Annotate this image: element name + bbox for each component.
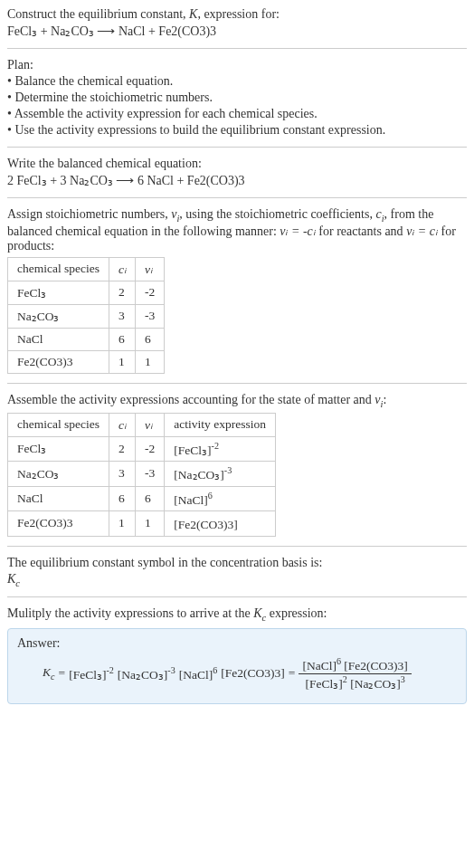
equals-2: = [289, 666, 296, 681]
table-header-row: chemical species cᵢ νᵢ [8, 257, 165, 281]
cell-species: FeCl₃ [8, 436, 109, 462]
cell-species: Na₂CO₃ [8, 462, 109, 487]
equals: = [59, 666, 66, 681]
cell-ci: 2 [109, 436, 136, 462]
kc-lhs: Kc [43, 665, 55, 682]
separator [7, 197, 467, 198]
activity-section: Assemble the activity expressions accoun… [7, 393, 467, 537]
table-header-row: chemical species cᵢ νᵢ activity expressi… [8, 413, 276, 436]
problem-line1: Construct the equilibrium constant, K, e… [7, 7, 467, 22]
vi-header: νᵢ [145, 262, 152, 276]
text: Mulitply the activity expressions to arr… [7, 606, 253, 620]
stoich-table: chemical species cᵢ νᵢ FeCl₃ 2 -2 Na₂CO₃… [7, 257, 165, 374]
k-symbol: K [43, 665, 51, 679]
term-3: [NaCl]6 [179, 665, 218, 682]
base: [NaCl] [302, 659, 337, 672]
text: , expression for: [197, 7, 280, 21]
kc-fraction: [NaCl]6 [Fe2(CO3)3] [FeCl₃]2 [Na₂CO₃]3 [299, 656, 411, 691]
cell-ci: 6 [109, 486, 136, 511]
base: [Na₂CO₃] [118, 667, 168, 681]
base: [FeCl₃] [69, 667, 106, 681]
activity-exp: -3 [224, 465, 232, 475]
table-row: Na₂CO₃ 3 -3 [Na₂CO₃]-3 [8, 462, 276, 487]
exp: 3 [401, 674, 405, 684]
stoich-intro: Assign stoichiometric numbers, νi, using… [7, 207, 467, 253]
basis-line1: The equilibrium constant symbol in the c… [7, 556, 467, 570]
activity-exp: -2 [212, 441, 219, 451]
c-sub: c [51, 672, 55, 682]
exp: 2 [343, 674, 347, 684]
text: Construct the equilibrium constant, [7, 7, 189, 21]
cell-species: NaCl [8, 328, 109, 350]
balanced-section: Write the balanced chemical equation: 2 … [7, 157, 467, 188]
table-row: FeCl₃ 2 -2 [FeCl₃]-2 [8, 436, 276, 462]
base: [NaCl] [179, 667, 213, 681]
separator [7, 147, 467, 148]
balanced-equation: 2 FeCl₃ + 3 Na₂CO₃ ⟶ 6 NaCl + Fe2(CO3)3 [7, 173, 467, 188]
cell-activity: [FeCl₃]-2 [165, 436, 276, 462]
relation-2: νᵢ = cᵢ [406, 224, 438, 238]
cell-vi: -3 [136, 304, 165, 328]
table-row: FeCl₃ 2 -2 [8, 281, 165, 304]
cell-activity: [Fe2(CO3)3] [165, 511, 276, 537]
activity-base: [Na₂CO₃] [174, 468, 224, 482]
ci-header: cᵢ [118, 262, 126, 276]
col-ci: cᵢ [109, 413, 136, 436]
col-vi: νᵢ [136, 257, 165, 281]
plan-bullet-4: • Use the activity expressions to build … [7, 123, 467, 138]
ci-header: cᵢ [118, 418, 126, 432]
balanced-title: Write the balanced chemical equation: [7, 157, 467, 171]
relation-1: νᵢ = -cᵢ [280, 224, 316, 238]
plan-bullet-1: • Balance the chemical equation. [7, 74, 467, 89]
multiply-intro: Mulitply the activity expressions to arr… [7, 606, 467, 623]
text: : [383, 393, 386, 406]
activity-intro: Assemble the activity expressions accoun… [7, 393, 467, 409]
term-4: [Fe2(CO3)3] [221, 666, 285, 681]
cell-ci: 1 [109, 350, 136, 373]
basis-section: The equilibrium constant symbol in the c… [7, 556, 467, 588]
base: [Fe2(CO3)3] [344, 659, 408, 672]
col-species: chemical species [8, 413, 109, 436]
problem-statement: Construct the equilibrium constant, K, e… [7, 7, 467, 39]
term-2: [Na₂CO₃]-3 [118, 665, 175, 682]
cell-ci: 2 [109, 281, 136, 304]
plan-bullet-2: • Determine the stoichiometric numbers. [7, 91, 467, 105]
activity-base: [Fe2(CO3)3] [174, 518, 238, 531]
cell-species: FeCl₃ [8, 281, 109, 304]
stoich-section: Assign stoichiometric numbers, νi, using… [7, 207, 467, 374]
fraction-numerator: [NaCl]6 [Fe2(CO3)3] [299, 656, 411, 674]
plan-title: Plan: [7, 58, 467, 72]
c-sub: c [15, 577, 20, 587]
cell-species: Fe2(CO3)3 [8, 511, 109, 537]
answer-label: Answer: [17, 636, 457, 651]
k-symbol: K [7, 572, 15, 586]
cell-ci: 3 [109, 304, 136, 328]
col-ci: cᵢ [109, 257, 136, 281]
base: [Na₂CO₃] [350, 676, 401, 690]
exp: 6 [213, 665, 217, 675]
cell-vi: -2 [136, 436, 165, 462]
cell-ci: 1 [109, 511, 136, 537]
text: for reactants and [316, 224, 406, 238]
col-vi: νᵢ [136, 413, 165, 436]
plan-bullet-3: • Assemble the activity expression for e… [7, 107, 467, 121]
activity-exp: 6 [208, 491, 213, 501]
activity-base: [NaCl] [174, 492, 208, 506]
col-species: chemical species [8, 257, 109, 281]
cell-vi: 6 [136, 486, 165, 511]
kc-expression: Kc = [FeCl₃]-2 [Na₂CO₃]-3 [NaCl]6 [Fe2(C… [43, 656, 457, 691]
exp: -2 [106, 665, 113, 675]
cell-ci: 6 [109, 328, 136, 350]
exp: 6 [337, 656, 341, 666]
cell-vi: 1 [136, 350, 165, 373]
table-row: Fe2(CO3)3 1 1 [Fe2(CO3)3] [8, 511, 276, 537]
base: [FeCl₃] [306, 676, 343, 690]
table-row: NaCl 6 6 [8, 328, 165, 350]
table-row: Na₂CO₃ 3 -3 [8, 304, 165, 328]
activity-base: [FeCl₃] [174, 443, 211, 456]
table-row: NaCl 6 6 [NaCl]6 [8, 486, 276, 511]
cell-vi: 6 [136, 328, 165, 350]
k-symbol: K [253, 606, 261, 620]
plan-section: Plan: • Balance the chemical equation. •… [7, 58, 467, 138]
kc-symbol: Kc [7, 572, 467, 588]
